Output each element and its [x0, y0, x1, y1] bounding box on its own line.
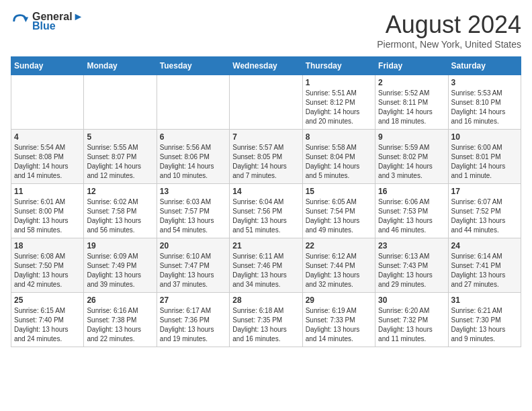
cell-info: Sunrise: 6:10 AMSunset: 7:47 PMDaylight:… [160, 252, 226, 289]
day-number: 2 [378, 78, 445, 87]
cell-info: Sunrise: 5:52 AMSunset: 8:11 PMDaylight:… [378, 89, 445, 126]
calendar-cell: 24Sunrise: 6:14 AMSunset: 7:41 PMDayligh… [448, 238, 521, 293]
cell-info: Sunrise: 5:56 AMSunset: 8:06 PMDaylight:… [160, 143, 226, 181]
cell-info: Sunrise: 6:06 AMSunset: 7:53 PMDaylight:… [378, 197, 445, 235]
calendar-cell: 30Sunrise: 6:20 AMSunset: 7:32 PMDayligh… [375, 293, 448, 347]
cell-info: Sunrise: 6:03 AMSunset: 7:57 PMDaylight:… [160, 197, 226, 235]
calendar-cell: 15Sunrise: 6:05 AMSunset: 7:54 PMDayligh… [302, 184, 375, 238]
weekday-header-row: SundayMondayTuesdayWednesdayThursdayFrid… [11, 57, 521, 75]
calendar-cell: 3Sunrise: 5:53 AMSunset: 8:10 PMDaylight… [448, 75, 521, 130]
day-number: 23 [378, 241, 445, 250]
day-number: 24 [451, 241, 518, 250]
day-number: 31 [451, 295, 518, 305]
cell-info: Sunrise: 6:17 AMSunset: 7:36 PMDaylight:… [160, 306, 226, 344]
calendar-cell: 31Sunrise: 6:21 AMSunset: 7:30 PMDayligh… [448, 293, 521, 347]
day-number: 21 [232, 241, 299, 250]
day-number: 26 [87, 295, 153, 305]
calendar-cell [11, 75, 84, 130]
weekday-header-sunday: Sunday [11, 57, 84, 75]
day-number: 5 [87, 132, 153, 142]
calendar-cell: 27Sunrise: 6:17 AMSunset: 7:36 PMDayligh… [157, 293, 229, 347]
cell-info: Sunrise: 6:01 AMSunset: 8:00 PMDaylight:… [14, 197, 81, 235]
cell-info: Sunrise: 6:16 AMSunset: 7:38 PMDaylight:… [87, 306, 153, 344]
calendar-cell: 26Sunrise: 6:16 AMSunset: 7:38 PMDayligh… [84, 293, 157, 347]
cell-info: Sunrise: 6:13 AMSunset: 7:43 PMDaylight:… [378, 252, 445, 289]
calendar-week-2: 4Sunrise: 5:54 AMSunset: 8:08 PMDaylight… [11, 130, 521, 184]
calendar-cell: 8Sunrise: 5:58 AMSunset: 8:04 PMDaylight… [302, 130, 375, 184]
day-number: 20 [160, 241, 226, 250]
calendar-week-1: 1Sunrise: 5:51 AMSunset: 8:12 PMDaylight… [11, 75, 521, 130]
cell-info: Sunrise: 6:09 AMSunset: 7:49 PMDaylight:… [87, 252, 153, 289]
calendar-cell: 23Sunrise: 6:13 AMSunset: 7:43 PMDayligh… [375, 238, 448, 293]
calendar-cell: 12Sunrise: 6:02 AMSunset: 7:58 PMDayligh… [84, 184, 157, 238]
calendar-cell [84, 75, 157, 130]
calendar-week-3: 11Sunrise: 6:01 AMSunset: 8:00 PMDayligh… [11, 184, 521, 238]
calendar-cell: 22Sunrise: 6:12 AMSunset: 7:44 PMDayligh… [302, 238, 375, 293]
cell-info: Sunrise: 5:54 AMSunset: 8:08 PMDaylight:… [14, 143, 81, 181]
calendar-cell: 21Sunrise: 6:11 AMSunset: 7:46 PMDayligh… [230, 238, 302, 293]
day-number: 18 [14, 241, 81, 250]
calendar-cell: 13Sunrise: 6:03 AMSunset: 7:57 PMDayligh… [157, 184, 229, 238]
cell-info: Sunrise: 6:14 AMSunset: 7:41 PMDaylight:… [451, 252, 518, 289]
day-number: 6 [160, 132, 226, 142]
calendar-table: SundayMondayTuesdayWednesdayThursdayFrid… [11, 56, 521, 347]
calendar-cell: 1Sunrise: 5:51 AMSunset: 8:12 PMDaylight… [302, 75, 375, 130]
weekday-header-monday: Monday [84, 57, 157, 75]
title-block: August 2024 Piermont, New York, United S… [377, 11, 521, 50]
cell-info: Sunrise: 6:18 AMSunset: 7:35 PMDaylight:… [232, 306, 299, 344]
day-number: 28 [232, 295, 299, 305]
calendar-cell: 7Sunrise: 5:57 AMSunset: 8:05 PMDaylight… [230, 130, 302, 184]
calendar-cell: 18Sunrise: 6:08 AMSunset: 7:50 PMDayligh… [11, 238, 84, 293]
calendar-cell: 16Sunrise: 6:06 AMSunset: 7:53 PMDayligh… [375, 184, 448, 238]
calendar-cell: 6Sunrise: 5:56 AMSunset: 8:06 PMDaylight… [157, 130, 229, 184]
weekday-header-saturday: Saturday [448, 57, 521, 75]
weekday-header-tuesday: Tuesday [157, 57, 229, 75]
cell-info: Sunrise: 6:12 AMSunset: 7:44 PMDaylight:… [306, 252, 372, 289]
weekday-header-friday: Friday [375, 57, 448, 75]
day-number: 10 [451, 132, 518, 142]
calendar-cell: 2Sunrise: 5:52 AMSunset: 8:11 PMDaylight… [375, 75, 448, 130]
month-title: August 2024 [377, 11, 521, 39]
cell-info: Sunrise: 5:55 AMSunset: 8:07 PMDaylight:… [87, 143, 153, 181]
day-number: 11 [14, 187, 81, 196]
calendar-week-5: 25Sunrise: 6:15 AMSunset: 7:40 PMDayligh… [11, 293, 521, 347]
calendar-cell: 25Sunrise: 6:15 AMSunset: 7:40 PMDayligh… [11, 293, 84, 347]
cell-info: Sunrise: 6:21 AMSunset: 7:30 PMDaylight:… [451, 306, 518, 344]
day-number: 1 [306, 78, 372, 87]
logo: General ► Blue [11, 11, 83, 32]
cell-info: Sunrise: 6:11 AMSunset: 7:46 PMDaylight:… [232, 252, 299, 289]
cell-info: Sunrise: 5:59 AMSunset: 8:02 PMDaylight:… [378, 143, 445, 181]
calendar-cell [157, 75, 229, 130]
cell-info: Sunrise: 5:58 AMSunset: 8:04 PMDaylight:… [306, 143, 372, 181]
day-number: 17 [451, 187, 518, 196]
calendar-cell: 20Sunrise: 6:10 AMSunset: 7:47 PMDayligh… [157, 238, 229, 293]
day-number: 3 [451, 78, 518, 87]
day-number: 19 [87, 241, 153, 250]
calendar-cell: 14Sunrise: 6:04 AMSunset: 7:56 PMDayligh… [230, 184, 302, 238]
day-number: 14 [232, 187, 299, 196]
cell-info: Sunrise: 6:08 AMSunset: 7:50 PMDaylight:… [14, 252, 81, 289]
day-number: 4 [14, 132, 81, 142]
cell-info: Sunrise: 6:04 AMSunset: 7:56 PMDaylight:… [232, 197, 299, 235]
day-number: 30 [378, 295, 445, 305]
weekday-header-thursday: Thursday [302, 57, 375, 75]
calendar-cell: 19Sunrise: 6:09 AMSunset: 7:49 PMDayligh… [84, 238, 157, 293]
day-number: 25 [14, 295, 81, 305]
cell-info: Sunrise: 5:51 AMSunset: 8:12 PMDaylight:… [306, 89, 372, 126]
cell-info: Sunrise: 6:20 AMSunset: 7:32 PMDaylight:… [378, 306, 445, 344]
logo-blue-accent: ► [73, 11, 84, 23]
logo-icon [11, 12, 30, 31]
day-number: 7 [232, 132, 299, 142]
weekday-header-wednesday: Wednesday [230, 57, 302, 75]
day-number: 22 [306, 241, 372, 250]
cell-info: Sunrise: 5:57 AMSunset: 8:05 PMDaylight:… [232, 143, 299, 181]
calendar-cell: 9Sunrise: 5:59 AMSunset: 8:02 PMDaylight… [375, 130, 448, 184]
calendar-cell: 28Sunrise: 6:18 AMSunset: 7:35 PMDayligh… [230, 293, 302, 347]
calendar-cell: 29Sunrise: 6:19 AMSunset: 7:33 PMDayligh… [302, 293, 375, 347]
calendar-cell: 10Sunrise: 6:00 AMSunset: 8:01 PMDayligh… [448, 130, 521, 184]
day-number: 15 [306, 187, 372, 196]
day-number: 8 [306, 132, 372, 142]
calendar-cell: 17Sunrise: 6:07 AMSunset: 7:52 PMDayligh… [448, 184, 521, 238]
page-header: General ► Blue August 2024 Piermont, New… [11, 11, 521, 50]
cell-info: Sunrise: 6:07 AMSunset: 7:52 PMDaylight:… [451, 197, 518, 235]
